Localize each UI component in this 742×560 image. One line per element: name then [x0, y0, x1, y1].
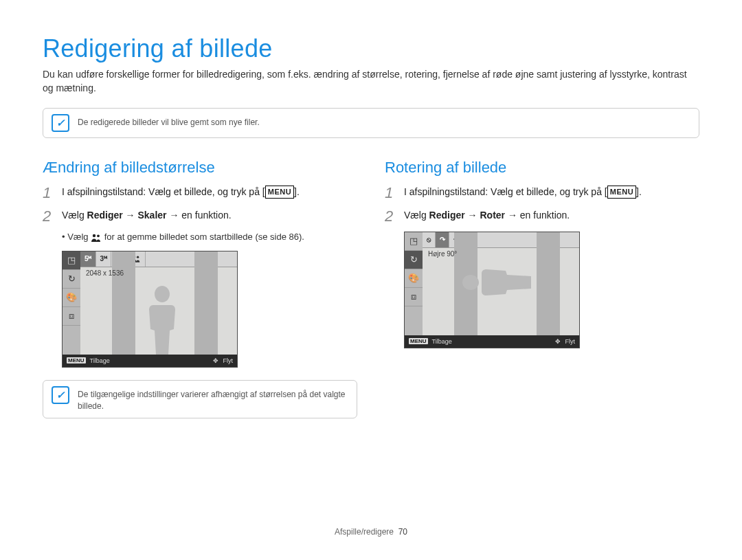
t: Vælg — [67, 232, 91, 242]
step-r2-body: Vælg Rediger → Roter → en funktion. — [404, 208, 570, 223]
cam-options-row: 5ᴹ 3ᴹ 1ᴹ — [80, 251, 237, 267]
t-bold: Skaler — [137, 210, 166, 221]
cam-back: Tilbage — [90, 357, 110, 364]
col-left: Ændring af billedstørrelse 1 I afspilnin… — [43, 159, 357, 439]
cam-opt-people-icon — [127, 251, 146, 267]
cam-opt: 5ᴹ — [80, 251, 96, 267]
t: → en funktion. — [167, 210, 232, 221]
sidebar-palette-icon: 🎨 — [63, 289, 80, 307]
col-right: Rotering af billede 1 I afspilningstilst… — [385, 159, 699, 439]
cam-back: Tilbage — [432, 338, 452, 345]
cam-opt-off-icon: ⦸ — [423, 232, 436, 247]
svg-point-1 — [97, 234, 100, 237]
t: for at gemme billedet som startbillede (… — [102, 232, 304, 242]
note-left-text: De tilgængelige indstillinger varierer a… — [78, 386, 348, 412]
note-icon: ✓ — [52, 386, 69, 404]
svg-point-2 — [133, 256, 135, 258]
person-silhouette-rotated-icon — [462, 262, 531, 302]
menu-badge: MENU — [607, 186, 636, 199]
sidebar-resize-icon: ◳ — [63, 251, 80, 270]
sidebar-rotate-icon: ↻ — [63, 270, 80, 289]
t: Vælg — [62, 210, 87, 221]
sidebar-palette-icon: 🎨 — [405, 269, 423, 288]
cam-opt-rotate-right-icon: ↷ — [436, 232, 450, 247]
step-l1-prefix: I afspilningstilstand: Vælg et billede, … — [62, 186, 265, 197]
cam-footer: MENU Tilbage ✥ Flyt — [405, 335, 579, 348]
cam-sidebar: ◳ ↻ 🎨 ⧈ — [63, 251, 80, 355]
cam-resolution-label: 2048 x 1536 — [86, 269, 124, 277]
step-number: 2 — [385, 208, 397, 225]
step-l1: 1 I afspilningstilstand: Vælg et billede… — [43, 185, 357, 201]
note-left: ✓ De tilgængelige indstillinger varierer… — [43, 380, 357, 418]
page-footer: Afspille/redigere 70 — [0, 527, 742, 537]
t-bold: Roter — [480, 210, 505, 221]
t: → — [465, 210, 480, 221]
sidebar-rotate-icon: ↻ — [405, 251, 423, 269]
sidebar-adjust-icon: ⧈ — [405, 288, 423, 306]
step-l2: 2 Vælg Rediger → Skaler → en funktion. — [43, 208, 357, 225]
t-bold: Rediger — [87, 210, 123, 221]
menu-badge-small: MENU — [67, 357, 86, 363]
step-r1: 1 I afspilningstilstand: Vælg et billede… — [385, 185, 699, 201]
note-top: ✓ De redigerede billeder vil blive gemt … — [43, 108, 699, 138]
cam-main: ⦸ ↷ ↶ ↺ Højre 90° — [423, 232, 579, 335]
step-l2-body: Vælg Rediger → Skaler → en funktion. — [62, 208, 232, 223]
menu-badge: MENU — [265, 186, 294, 199]
columns: Ændring af billedstørrelse 1 I afspilnin… — [43, 159, 699, 439]
footer-section: Afspille/redigere — [335, 527, 394, 537]
t: Vælg — [404, 210, 429, 221]
t: → en funktion. — [505, 210, 570, 221]
step-number: 1 — [43, 185, 55, 201]
step-l1-suffix: ]. — [294, 186, 300, 197]
sidebar-resize-icon: ◳ — [405, 232, 423, 251]
heading-resize: Ændring af billedstørrelse — [43, 159, 357, 177]
menu-badge-small: MENU — [409, 338, 428, 344]
page-intro: Du kan udføre forskellige former for bil… — [43, 67, 695, 96]
cam-rotate-label: Højre 90° — [428, 250, 457, 258]
people-icon — [91, 234, 102, 244]
cam-opt: 1ᴹ — [111, 251, 127, 267]
step-r1-body: I afspilningstilstand: Vælg et billede, … — [404, 185, 642, 200]
t: ]. — [636, 186, 642, 197]
cam-move: Flyt — [565, 338, 576, 345]
cam-main: 5ᴹ 3ᴹ 1ᴹ 2048 x 1536 — [80, 251, 237, 355]
step-l1-body: I afspilningstilstand: Vælg et billede, … — [62, 185, 300, 200]
note-top-text: De redigerede billeder vil blive gemt so… — [78, 114, 260, 128]
steps-right: 1 I afspilningstilstand: Vælg et billede… — [385, 185, 699, 225]
sidebar-adjust-icon: ⧈ — [63, 307, 80, 326]
heading-rotate: Rotering af billede — [385, 159, 699, 177]
cam-sidebar: ◳ ↻ 🎨 ⧈ — [405, 232, 423, 335]
svg-point-3 — [137, 256, 139, 258]
manual-page: Redigering af billede Du kan udføre fors… — [0, 0, 742, 560]
cam-opt-rotate-180-icon: ↺ — [464, 232, 478, 247]
dpad-icon: ✥ — [213, 357, 219, 364]
camera-screen-resize: ◳ ↻ 🎨 ⧈ 5ᴹ 3ᴹ 1ᴹ 2048 x 1536 — [62, 251, 238, 368]
cam-footer: MENU Tilbage ✥ Flyt — [63, 355, 237, 367]
t: I afspilningstilstand: Vælg et billede, … — [404, 186, 607, 197]
svg-point-0 — [93, 234, 95, 237]
t-bold: Rediger — [429, 210, 465, 221]
step-r2: 2 Vælg Rediger → Roter → en funktion. — [385, 208, 699, 225]
t: → — [123, 210, 138, 221]
note-icon: ✓ — [52, 114, 69, 132]
camera-screen-rotate: ◳ ↻ 🎨 ⧈ ⦸ ↷ ↶ ↺ Højre 90° — [404, 232, 580, 348]
footer-page-number: 70 — [398, 527, 407, 537]
cam-opt-rotate-left-icon: ↶ — [449, 232, 464, 247]
step-number: 1 — [385, 185, 397, 201]
cam-move: Flyt — [223, 357, 234, 364]
cam-options-row: ⦸ ↷ ↶ ↺ — [423, 232, 579, 248]
bullet-l: Vælg for at gemme billedet som startbill… — [62, 232, 357, 244]
cam-opt: 3ᴹ — [96, 251, 112, 267]
page-title: Redigering af billede — [43, 34, 699, 63]
person-silhouette-icon — [142, 286, 182, 355]
step-number: 2 — [43, 208, 55, 225]
dpad-icon: ✥ — [555, 338, 561, 345]
steps-left: 1 I afspilningstilstand: Vælg et billede… — [43, 185, 357, 225]
